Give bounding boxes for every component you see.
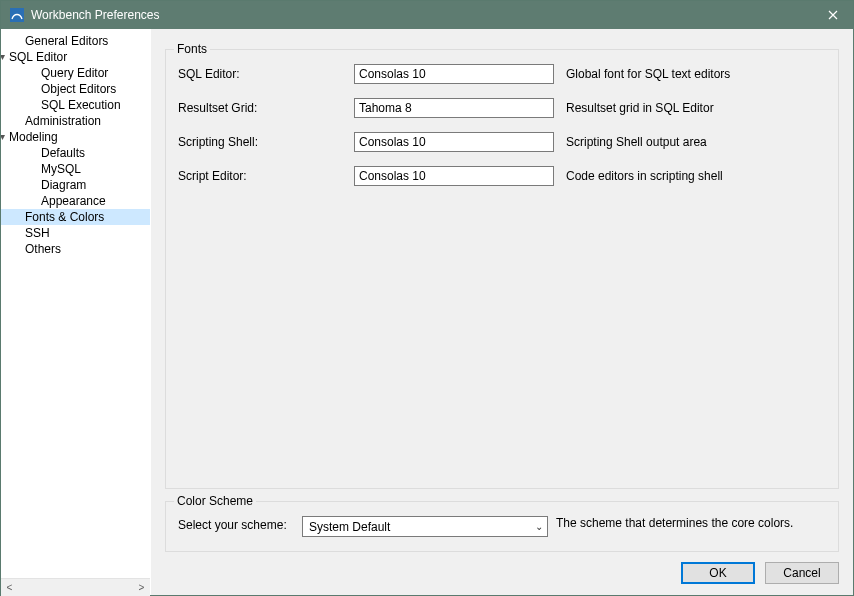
app-icon (9, 7, 25, 23)
dialog-buttons: OK Cancel (165, 552, 839, 584)
label-select-scheme: Select your scheme: (178, 516, 302, 532)
sidebar-horizontal-scrollbar[interactable]: < > (1, 578, 150, 595)
font-row-scripting-shell: Scripting Shell: Scripting Shell output … (178, 132, 826, 152)
font-row-script-editor: Script Editor: Code editors in scripting… (178, 166, 826, 186)
scroll-right-icon[interactable]: > (133, 579, 150, 596)
input-script-editor-font[interactable] (354, 166, 554, 186)
desc-script-editor-font: Code editors in scripting shell (566, 169, 826, 183)
tree-item-defaults[interactable]: Defaults (1, 145, 150, 161)
tree-item-fonts-colors[interactable]: Fonts & Colors (1, 209, 150, 225)
desc-color-scheme: The scheme that determines the core colo… (556, 516, 826, 530)
fonts-legend: Fonts (174, 42, 210, 56)
body: General Editors ▾SQL Editor Query Editor… (1, 29, 853, 595)
tree-item-modeling[interactable]: ▾Modeling (1, 129, 150, 145)
label-scripting-shell-font: Scripting Shell: (178, 135, 354, 149)
tree-item-sql-editor[interactable]: ▾SQL Editor (1, 49, 150, 65)
label-script-editor-font: Script Editor: (178, 169, 354, 183)
collapse-icon: ▾ (1, 49, 7, 65)
tree-item-general-editors[interactable]: General Editors (1, 33, 150, 49)
tree-item-diagram[interactable]: Diagram (1, 177, 150, 193)
main-panel: Fonts SQL Editor: Global font for SQL te… (151, 29, 853, 595)
color-scheme-group: Color Scheme Select your scheme: System … (165, 501, 839, 552)
tree-item-others[interactable]: Others (1, 241, 150, 257)
color-scheme-legend: Color Scheme (174, 494, 256, 508)
select-color-scheme[interactable]: System Default ⌄ (302, 516, 548, 537)
font-row-resultset-grid: Resultset Grid: Resultset grid in SQL Ed… (178, 98, 826, 118)
chevron-down-icon: ⌄ (535, 521, 543, 532)
desc-sql-editor-font: Global font for SQL text editors (566, 67, 826, 81)
label-sql-editor-font: SQL Editor: (178, 67, 354, 81)
sidebar: General Editors ▾SQL Editor Query Editor… (1, 29, 151, 595)
tree-item-ssh[interactable]: SSH (1, 225, 150, 241)
tree-item-administration[interactable]: Administration (1, 113, 150, 129)
cancel-button[interactable]: Cancel (765, 562, 839, 584)
preferences-window: Workbench Preferences General Editors ▾S… (0, 0, 854, 596)
close-button[interactable] (813, 1, 853, 29)
fonts-group: Fonts SQL Editor: Global font for SQL te… (165, 49, 839, 489)
select-color-scheme-value: System Default (309, 520, 390, 534)
tree-item-mysql[interactable]: MySQL (1, 161, 150, 177)
close-icon (828, 10, 838, 20)
font-row-sql-editor: SQL Editor: Global font for SQL text edi… (178, 64, 826, 84)
scheme-row: Select your scheme: System Default ⌄ The… (178, 516, 826, 537)
tree-item-object-editors[interactable]: Object Editors (1, 81, 150, 97)
desc-scripting-shell-font: Scripting Shell output area (566, 135, 826, 149)
input-resultset-grid-font[interactable] (354, 98, 554, 118)
titlebar: Workbench Preferences (1, 1, 853, 29)
scroll-left-icon[interactable]: < (1, 579, 18, 596)
tree-item-query-editor[interactable]: Query Editor (1, 65, 150, 81)
ok-button[interactable]: OK (681, 562, 755, 584)
desc-resultset-grid-font: Resultset grid in SQL Editor (566, 101, 826, 115)
label-resultset-grid-font: Resultset Grid: (178, 101, 354, 115)
window-title: Workbench Preferences (31, 8, 813, 22)
tree-item-sql-execution[interactable]: SQL Execution (1, 97, 150, 113)
input-sql-editor-font[interactable] (354, 64, 554, 84)
collapse-icon: ▾ (1, 129, 7, 145)
scroll-track[interactable] (18, 579, 133, 596)
input-scripting-shell-font[interactable] (354, 132, 554, 152)
tree-item-appearance[interactable]: Appearance (1, 193, 150, 209)
preferences-tree: General Editors ▾SQL Editor Query Editor… (1, 31, 150, 578)
